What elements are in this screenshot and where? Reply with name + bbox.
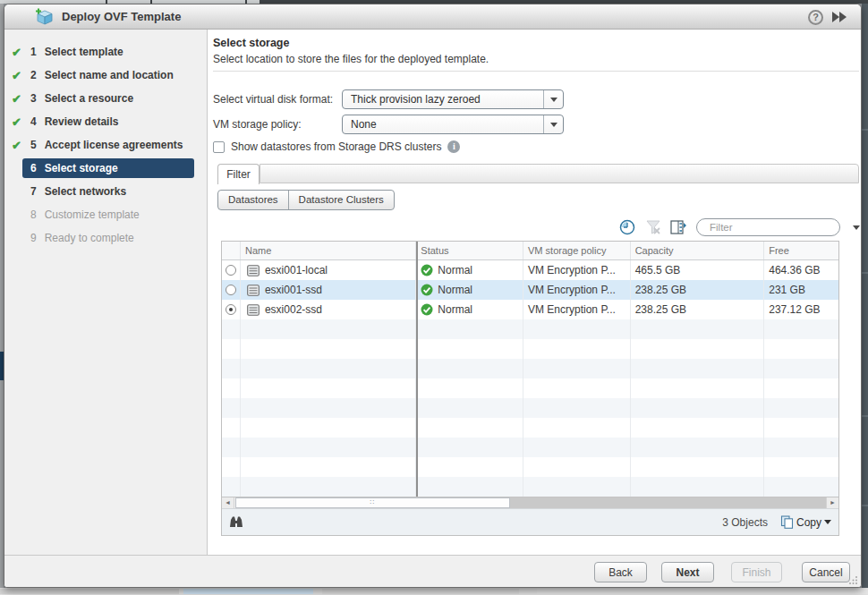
datastore-toggle-group: Datastores Datastore Clusters <box>217 190 395 210</box>
ovf-cube-icon <box>35 8 55 26</box>
status-ok-icon <box>421 284 433 296</box>
chevron-down-icon <box>853 225 860 230</box>
step-content-panel: Select storage Select location to store … <box>208 30 862 557</box>
col-name[interactable]: Name <box>241 242 416 259</box>
free-text: 231 GB <box>764 280 838 300</box>
table-row-esxi001-ssd[interactable]: esxi001-ssd Normal VM Encryption P... 23… <box>222 280 838 300</box>
scrollbar-track[interactable] <box>510 497 827 508</box>
clear-filter-icon <box>645 219 661 235</box>
step-select-name-location[interactable]: ✔ 2Select name and location <box>4 64 207 87</box>
col-radio <box>222 242 241 259</box>
filter-search-box[interactable] <box>696 218 840 236</box>
status-ok-icon <box>421 303 433 316</box>
check-icon: ✔ <box>12 139 26 152</box>
check-icon: ✔ <box>12 92 26 106</box>
step-select-networks[interactable]: 7Select networks <box>4 180 207 203</box>
step-select-storage[interactable]: 6Select storage <box>4 157 207 180</box>
capacity-text: 238.25 GB <box>631 280 765 300</box>
binoculars-find-icon[interactable] <box>229 515 243 529</box>
empty-row <box>222 398 838 418</box>
chevron-down-icon <box>543 90 563 108</box>
empty-row <box>222 457 838 477</box>
col-status[interactable]: Status <box>416 242 523 259</box>
back-button[interactable]: Back <box>594 562 647 582</box>
free-text: 237.12 GB <box>764 300 838 319</box>
show-drs-checkbox[interactable] <box>213 141 225 153</box>
disk-format-value: Thick provision lazy zeroed <box>343 93 543 106</box>
info-icon[interactable]: i <box>447 140 460 153</box>
tab-filter[interactable]: Filter <box>217 164 260 184</box>
toggle-datastore-clusters[interactable]: Datastore Clusters <box>288 191 394 209</box>
col-free[interactable]: Free <box>764 242 838 259</box>
help-button[interactable]: ? <box>808 10 823 25</box>
radio-esxi001-ssd[interactable] <box>226 285 236 295</box>
check-icon: ✔ <box>12 115 26 129</box>
copy-label: Copy <box>796 516 821 529</box>
scroll-right-arrow[interactable]: ► <box>826 497 838 508</box>
empty-row <box>222 359 838 378</box>
step-accept-license[interactable]: ✔ 5Accept license agreements <box>4 133 207 157</box>
disk-format-dropdown[interactable]: Thick provision lazy zeroed <box>342 89 564 109</box>
table-row-esxi002-ssd[interactable]: esxi002-ssd Normal VM Encryption P... 23… <box>222 300 838 319</box>
empty-row <box>222 418 838 438</box>
datastore-name: esxi001-local <box>265 264 328 276</box>
step-ready-complete: 9Ready to complete <box>4 226 207 250</box>
col-policy[interactable]: VM storage policy <box>523 242 631 259</box>
storage-policy-label: VM storage policy: <box>213 118 302 131</box>
scrollbar-thumb[interactable]: ∷ <box>235 497 510 508</box>
wizard-steps-sidebar: ✔ 1Select template ✔ 2Select name and lo… <box>4 30 208 557</box>
empty-row <box>222 319 838 339</box>
col-capacity[interactable]: Capacity <box>631 242 765 259</box>
datastore-icon <box>247 285 260 296</box>
recent-clock-icon[interactable] <box>619 219 635 235</box>
dialog-title: Deploy OVF Template <box>62 10 181 23</box>
datastore-grid: Name Status VM storage policy Capacity F… <box>221 241 839 536</box>
storage-policy-dropdown[interactable]: None <box>342 115 564 134</box>
empty-row <box>222 477 838 497</box>
datastore-icon <box>247 304 260 316</box>
deploy-ovf-dialog: Deploy OVF Template ? ✔ 1Select template… <box>4 4 862 588</box>
capacity-text: 238.25 GB <box>631 300 765 319</box>
table-row-esxi001-local[interactable]: esxi001-local Normal VM Encryption P... … <box>222 260 838 280</box>
storage-policy-value: None <box>343 118 543 131</box>
object-count: 3 Objects <box>722 516 768 529</box>
next-button[interactable]: Next <box>661 562 714 582</box>
radio-esxi001-local[interactable] <box>226 265 236 276</box>
grid-status-bar: 3 Objects Copy <box>222 508 838 535</box>
step-select-template[interactable]: ✔ 1Select template <box>4 40 207 64</box>
toggle-datastores[interactable]: Datastores <box>218 191 288 209</box>
scroll-left-arrow[interactable]: ◄ <box>222 497 234 508</box>
dialog-footer: Back Next Finish Cancel <box>4 555 861 587</box>
cancel-button[interactable]: Cancel <box>802 562 850 582</box>
background-app-right <box>862 4 868 588</box>
column-resize-divider[interactable] <box>416 242 418 498</box>
background-app-bottom <box>0 588 868 595</box>
step-customize-template: 8Customize template <box>4 203 207 226</box>
status-text: Normal <box>438 284 472 296</box>
step-select-resource[interactable]: ✔ 3Select a resource <box>4 87 207 110</box>
status-ok-icon <box>421 264 433 276</box>
dialog-titlebar[interactable]: Deploy OVF Template ? <box>4 4 861 30</box>
copy-icon <box>780 515 794 529</box>
horizontal-scrollbar[interactable]: ◄ ∷ ► <box>222 497 838 508</box>
collapse-wizard-icon[interactable] <box>830 11 848 23</box>
finish-button: Finish <box>731 562 782 582</box>
datastore-name: esxi001-ssd <box>265 284 322 296</box>
empty-row <box>222 339 838 359</box>
datastore-icon <box>247 265 260 276</box>
check-icon: ✔ <box>12 46 26 59</box>
step-review-details[interactable]: ✔ 4Review details <box>4 110 207 133</box>
resize-grip[interactable] <box>848 575 858 585</box>
filter-input[interactable] <box>710 222 847 233</box>
copy-button[interactable]: Copy <box>780 515 831 529</box>
radio-esxi002-ssd[interactable] <box>226 304 236 315</box>
status-text: Normal <box>438 264 472 276</box>
capacity-text: 465.5 GB <box>631 260 765 280</box>
page-subtitle: Select location to store the files for t… <box>213 53 489 65</box>
column-settings-icon[interactable] <box>670 219 687 235</box>
policy-text: VM Encryption P... <box>523 260 631 280</box>
grid-toolbar <box>208 218 859 238</box>
show-drs-label: Show datastores from Storage DRS cluster… <box>231 140 441 153</box>
free-text: 464.36 GB <box>764 260 838 280</box>
grid-header: Name Status VM storage policy Capacity F… <box>222 242 838 260</box>
